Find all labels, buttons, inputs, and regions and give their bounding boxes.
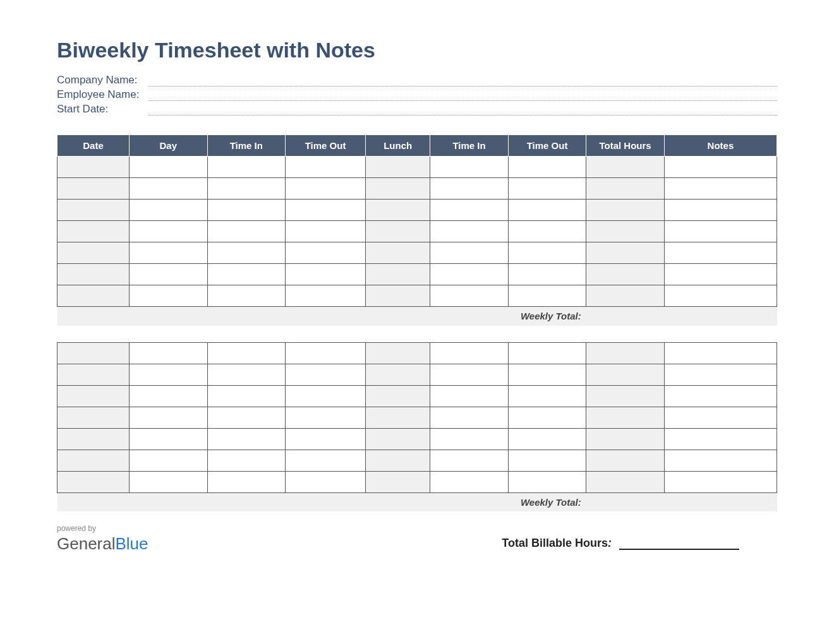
cell-in1[interactable] — [207, 364, 286, 385]
cell-day[interactable] — [130, 221, 208, 242]
cell-total[interactable] — [586, 471, 665, 492]
cell-notes[interactable] — [664, 385, 777, 407]
cell-out1[interactable] — [286, 407, 366, 428]
cell-out1[interactable] — [286, 264, 366, 285]
cell-in2[interactable] — [430, 385, 509, 407]
cell-notes[interactable] — [664, 342, 777, 364]
cell-in1[interactable] — [207, 342, 286, 364]
cell-total[interactable] — [586, 364, 665, 385]
cell-out2[interactable] — [508, 342, 586, 364]
cell-date[interactable] — [57, 450, 130, 471]
cell-day[interactable] — [130, 471, 208, 492]
cell-total[interactable] — [586, 407, 665, 428]
cell-date[interactable] — [57, 364, 130, 385]
cell-in2[interactable] — [430, 342, 509, 364]
cell-notes[interactable] — [664, 242, 777, 264]
cell-notes[interactable] — [664, 200, 777, 221]
cell-lunch[interactable] — [366, 385, 430, 407]
cell-total[interactable] — [586, 285, 665, 307]
cell-out1[interactable] — [286, 178, 366, 200]
cell-out1[interactable] — [286, 450, 366, 471]
cell-out2[interactable] — [508, 221, 586, 242]
cell-notes[interactable] — [664, 178, 777, 200]
cell-day[interactable] — [130, 157, 208, 178]
cell-out1[interactable] — [286, 242, 366, 264]
cell-date[interactable] — [57, 242, 130, 264]
company-input-line[interactable] — [148, 74, 777, 86]
cell-lunch[interactable] — [366, 471, 430, 492]
cell-notes[interactable] — [664, 285, 777, 307]
cell-lunch[interactable] — [366, 264, 430, 285]
cell-lunch[interactable] — [366, 364, 430, 385]
cell-lunch[interactable] — [366, 200, 430, 221]
cell-out1[interactable] — [286, 157, 366, 178]
cell-out2[interactable] — [508, 157, 586, 178]
cell-day[interactable] — [130, 428, 208, 450]
cell-out1[interactable] — [286, 471, 366, 492]
cell-in1[interactable] — [207, 385, 286, 407]
cell-out1[interactable] — [286, 385, 366, 407]
cell-in2[interactable] — [430, 285, 509, 307]
cell-in1[interactable] — [207, 157, 286, 178]
cell-out1[interactable] — [286, 342, 366, 364]
cell-in1[interactable] — [207, 407, 286, 428]
cell-lunch[interactable] — [366, 450, 430, 471]
cell-day[interactable] — [130, 450, 208, 471]
cell-out1[interactable] — [286, 285, 366, 307]
cell-lunch[interactable] — [366, 407, 430, 428]
cell-day[interactable] — [130, 285, 208, 307]
cell-notes[interactable] — [664, 428, 777, 450]
cell-in1[interactable] — [207, 428, 286, 450]
cell-in2[interactable] — [430, 264, 509, 285]
start-date-input-line[interactable] — [148, 103, 777, 116]
cell-date[interactable] — [57, 285, 130, 307]
cell-in2[interactable] — [430, 471, 509, 492]
cell-in2[interactable] — [430, 200, 509, 221]
cell-total[interactable] — [586, 385, 665, 407]
cell-in2[interactable] — [430, 364, 509, 385]
cell-out2[interactable] — [508, 242, 586, 264]
employee-input-line[interactable] — [148, 88, 777, 101]
cell-out2[interactable] — [508, 264, 586, 285]
cell-lunch[interactable] — [366, 285, 430, 307]
cell-in1[interactable] — [207, 200, 286, 221]
cell-in1[interactable] — [207, 264, 286, 285]
cell-in1[interactable] — [207, 285, 286, 307]
cell-day[interactable] — [130, 242, 208, 264]
cell-total[interactable] — [586, 221, 665, 242]
cell-date[interactable] — [57, 407, 130, 428]
cell-total[interactable] — [586, 428, 665, 450]
cell-date[interactable] — [57, 385, 130, 407]
cell-in1[interactable] — [207, 450, 286, 471]
cell-out2[interactable] — [508, 428, 586, 450]
cell-date[interactable] — [57, 342, 130, 364]
cell-in2[interactable] — [430, 221, 509, 242]
cell-day[interactable] — [130, 407, 208, 428]
cell-out2[interactable] — [508, 450, 586, 471]
cell-lunch[interactable] — [366, 242, 430, 264]
cell-in1[interactable] — [207, 178, 286, 200]
cell-in1[interactable] — [207, 242, 286, 264]
cell-lunch[interactable] — [366, 342, 430, 364]
cell-day[interactable] — [130, 385, 208, 407]
cell-out2[interactable] — [508, 364, 586, 385]
cell-lunch[interactable] — [366, 428, 430, 450]
cell-date[interactable] — [57, 157, 130, 178]
cell-notes[interactable] — [664, 407, 777, 428]
cell-in2[interactable] — [430, 407, 509, 428]
cell-notes[interactable] — [664, 364, 777, 385]
cell-date[interactable] — [57, 200, 130, 221]
cell-out1[interactable] — [286, 364, 366, 385]
cell-lunch[interactable] — [366, 178, 430, 200]
cell-in2[interactable] — [430, 242, 509, 264]
cell-day[interactable] — [130, 200, 208, 221]
cell-day[interactable] — [130, 178, 208, 200]
cell-out2[interactable] — [508, 285, 586, 307]
cell-total[interactable] — [586, 264, 665, 285]
cell-out1[interactable] — [286, 428, 366, 450]
cell-in1[interactable] — [207, 471, 286, 492]
cell-total[interactable] — [586, 450, 665, 471]
cell-notes[interactable] — [664, 157, 777, 178]
cell-out2[interactable] — [508, 200, 586, 221]
cell-date[interactable] — [57, 178, 130, 200]
